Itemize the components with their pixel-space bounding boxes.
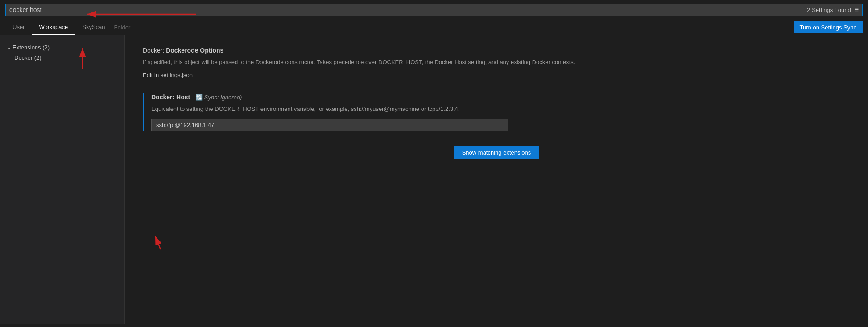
setting-dockerode-title: Docker: Dockerode Options xyxy=(143,46,850,55)
show-matching-extensions-button[interactable]: Show matching extensions xyxy=(454,146,539,159)
tab-folder[interactable]: Folder xyxy=(112,20,132,34)
sidebar-extensions-label: Extensions (2) xyxy=(12,44,50,51)
tabs-row: User Workspace SkyScan Folder Turn on Se… xyxy=(0,20,868,35)
tab-skyscan[interactable]: SkyScan xyxy=(75,20,112,35)
settings-found: 2 Settings Found ≡ xyxy=(807,6,859,14)
edit-in-settings-link[interactable]: Edit in settings.json xyxy=(143,72,193,78)
main-layout: ⌄ Extensions (2) Docker (2) Docker: Dock… xyxy=(0,35,868,324)
setting-host-description: Equivalent to setting the DOCKER_HOST en… xyxy=(151,105,686,114)
content-area: Docker: Dockerode Options If specified, … xyxy=(125,35,868,324)
tabs-left: User Workspace SkyScan Folder xyxy=(5,20,132,35)
chevron-down-icon: ⌄ xyxy=(7,45,11,50)
sidebar-extensions-section: ⌄ Extensions (2) Docker (2) xyxy=(0,41,124,65)
filter-icon[interactable]: ≡ xyxy=(855,6,859,14)
setting-dockerode-description: If specified, this object will be passed… xyxy=(143,58,678,67)
setting-host-title: Docker: Host 🔃̸ Sync: Ignored) xyxy=(151,93,850,102)
sidebar: ⌄ Extensions (2) Docker (2) xyxy=(0,35,125,324)
turn-on-sync-button[interactable]: Turn on Settings Sync xyxy=(794,21,863,33)
setting-docker-host: Docker: Host 🔃̸ Sync: Ignored) Equivalen… xyxy=(143,93,850,131)
setting-dockerode-options: Docker: Dockerode Options If specified, … xyxy=(143,46,850,78)
tab-user[interactable]: User xyxy=(5,20,32,35)
sidebar-item-extensions[interactable]: ⌄ Extensions (2) xyxy=(0,42,124,53)
results-count: 2 Settings Found xyxy=(807,7,851,13)
setting-dockerode-prefix: Docker: xyxy=(143,47,166,54)
sidebar-item-docker[interactable]: Docker (2) xyxy=(0,53,124,63)
tab-workspace[interactable]: Workspace xyxy=(32,20,75,35)
search-bar-row: 2 Settings Found ≡ xyxy=(0,0,868,20)
sync-label-text: Sync: Ignored) xyxy=(204,94,242,101)
sync-badge: 🔃̸ Sync: Ignored) xyxy=(195,93,242,102)
search-input-wrapper: 2 Settings Found ≡ xyxy=(5,4,863,16)
setting-host-prefix: Docker: Host xyxy=(151,94,190,101)
sync-ignored-icon: 🔃̸ xyxy=(195,93,203,102)
sync-label: Sync: Ignored) xyxy=(204,93,242,102)
search-input[interactable] xyxy=(9,6,807,13)
docker-host-input[interactable] xyxy=(151,119,508,131)
setting-dockerode-name: Dockerode Options xyxy=(166,47,223,54)
